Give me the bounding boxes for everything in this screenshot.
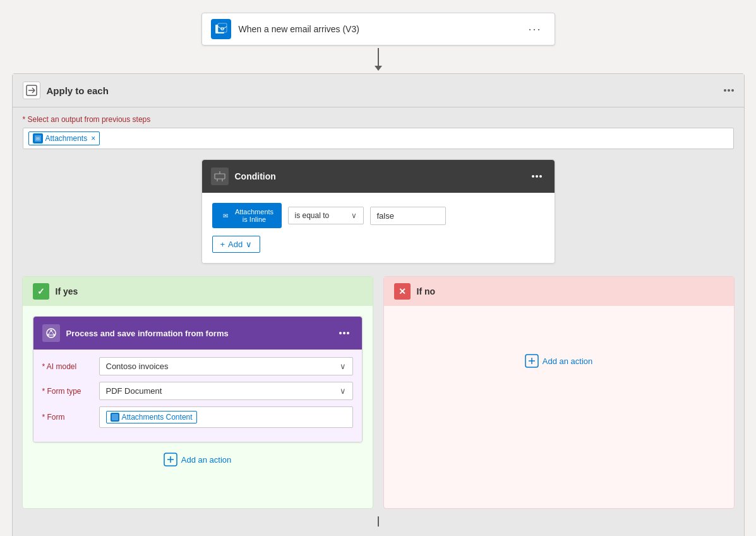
inner-flow: Condition ✉ Attachments is Inline (23, 149, 734, 536)
branch-yes-body: Process and save information from forms … (23, 306, 373, 508)
condition-body: ✉ Attachments is Inline is equal to ∨ fa… (202, 193, 555, 263)
output-tag-remove[interactable]: × (91, 134, 95, 143)
apply-header: Apply to each (13, 74, 744, 107)
process-more-button[interactable] (335, 329, 353, 337)
branch-no-body: Add an action (384, 306, 734, 508)
form-input[interactable]: Attachments Content (99, 406, 353, 428)
bottom-arrow (378, 516, 379, 527)
condition-icon-wrapper: ✉ Attachments is Inline (220, 208, 274, 223)
field-outlook-icon: ✉ (220, 210, 231, 221)
condition-block: Condition ✉ Attachments is Inline (201, 159, 555, 264)
svg-rect-6 (215, 174, 225, 179)
ai-model-row: AI model Contoso invoices ∨ (42, 357, 353, 375)
add-action-no-icon (525, 354, 539, 368)
flow-canvas: O When a new email arrives (V3) ··· Appl… (0, 0, 756, 536)
svg-line-15 (51, 331, 54, 335)
branch-yes-label: If yes (56, 286, 78, 296)
process-body: AI model Contoso invoices ∨ Form type (33, 350, 362, 442)
branch-no-panel: ✕ If no (383, 276, 735, 509)
condition-add-button[interactable]: + Add ∨ (212, 236, 261, 253)
form-label: Form (42, 413, 99, 422)
trigger-more-button[interactable]: ··· (524, 20, 545, 39)
apply-title: Apply to each (47, 85, 724, 96)
condition-row: ✉ Attachments is Inline is equal to ∨ fa… (212, 203, 544, 228)
branch-area: ✓ If yes (22, 276, 735, 509)
add-action-yes-icon (164, 453, 177, 466)
form-tag-icon (111, 413, 119, 422)
process-icon (42, 324, 60, 342)
output-tag: ✉ Attachments × (28, 131, 100, 145)
loop-icon (23, 82, 40, 99)
form-type-dropdown[interactable]: PDF Document ∨ (99, 382, 353, 400)
condition-header: Condition (202, 160, 555, 193)
trigger-title: When a new email arrives (V3) (239, 24, 525, 34)
add-action-yes-link[interactable]: Add an action (164, 453, 232, 466)
outlook-icon: O (211, 19, 231, 39)
branch-no-header: ✕ If no (384, 277, 734, 306)
process-block: Process and save information from forms … (33, 316, 363, 442)
apply-body: * Select an output from previous steps ✉… (13, 107, 744, 536)
trigger-arrow (375, 48, 382, 71)
ai-model-label: AI model (42, 362, 99, 371)
output-input-box[interactable]: ✉ Attachments × (23, 128, 734, 149)
bottom-add-action-wrapper: Add action (350, 514, 406, 536)
operator-chevron-icon: ∨ (351, 211, 357, 220)
branch-connector-line (31, 264, 726, 276)
svg-text:✉: ✉ (36, 137, 40, 141)
form-type-chevron-icon: ∨ (340, 386, 346, 396)
form-tag: Attachments Content (106, 411, 197, 423)
condition-value-input[interactable]: false (370, 207, 446, 225)
outlook-tag-icon: ✉ (33, 133, 43, 143)
form-row: Form (42, 406, 353, 428)
svg-line-14 (48, 331, 51, 335)
apply-to-each-container: Apply to each * Select an output from pr… (12, 73, 745, 536)
condition-field: ✉ Attachments is Inline (212, 203, 282, 228)
process-header: Process and save information from forms (33, 317, 362, 350)
trigger-block: O When a new email arrives (V3) ··· (201, 13, 555, 46)
branch-no-label: If no (417, 286, 436, 296)
form-type-row: Form type PDF Document ∨ (42, 382, 353, 400)
branch-yes-panel: ✓ If yes (22, 276, 373, 509)
add-action-no-link[interactable]: Add an action (525, 354, 593, 368)
condition-title: Condition (235, 171, 528, 181)
plus-icon: + (220, 240, 225, 249)
select-output-label: * Select an output from previous steps (23, 115, 734, 124)
ai-model-dropdown[interactable]: Contoso invoices ∨ (99, 357, 353, 375)
process-title: Process and save information from forms (66, 329, 335, 338)
ai-model-chevron-icon: ∨ (340, 362, 346, 371)
condition-operator-dropdown[interactable]: is equal to ∨ (288, 207, 364, 224)
check-icon: ✓ (33, 283, 49, 300)
form-type-label: Form type (42, 387, 99, 396)
add-chevron-icon: ∨ (246, 240, 252, 249)
svg-rect-17 (112, 414, 118, 420)
apply-more-button[interactable] (724, 89, 734, 92)
branch-yes-header: ✓ If yes (23, 277, 373, 306)
condition-more-button[interactable] (528, 173, 546, 180)
condition-icon (211, 168, 229, 185)
x-icon: ✕ (394, 283, 411, 300)
